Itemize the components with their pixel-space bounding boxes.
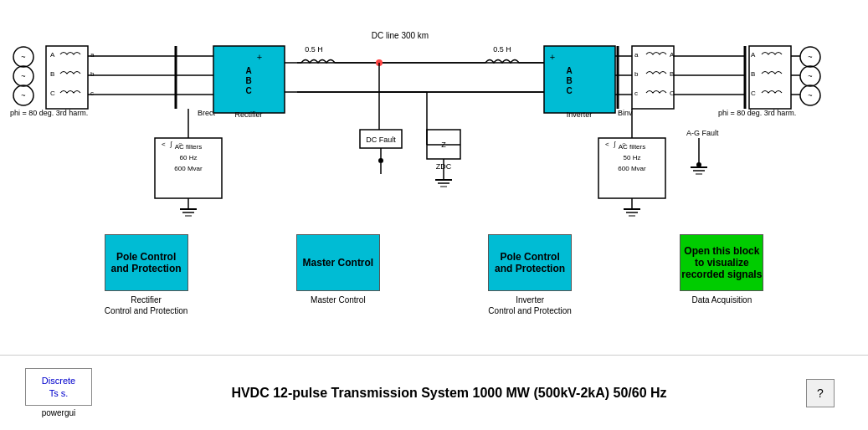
svg-text:C: C [50,90,55,97]
svg-text:~: ~ [21,72,25,80]
powergui-wrap: Discrete Ts s. powergui [25,368,92,417]
data-acquisition-sublabel: Data Acquisition [692,294,752,305]
inverter-control-wrap: Pole Controland Protection Inverter Cont… [488,234,572,316]
rectifier-pole-control-block[interactable]: Pole Controland Protection [105,234,188,291]
svg-text:~: ~ [808,91,812,100]
master-control-sublabel: Master Control [311,294,366,305]
dc-line-label: DC line 300 km [372,31,429,40]
powergui-text: Discrete Ts s. [42,375,75,399]
svg-text:phi = 80 deg.  3rd harm.: phi = 80 deg. 3rd harm. [10,109,88,117]
svg-text:B: B [670,70,674,78]
circuit-diagram: DC line 300 km ~ ~ ~ A B C a b c phi = 8… [0,0,868,226]
svg-text:A: A [751,51,756,59]
svg-text:○: ○ [178,141,182,148]
svg-text:A-G Fault: A-G Fault [686,129,719,137]
svg-text:~: ~ [21,53,25,61]
svg-text:c: c [634,90,638,97]
svg-text:Inverter: Inverter [567,110,593,119]
bottom-section: Discrete Ts s. powergui HVDC 12-pulse Tr… [0,355,868,430]
svg-text:600 Mvar: 600 Mvar [618,165,646,172]
master-control-block[interactable]: Master Control [296,234,380,291]
control-blocks-row: Pole Controland Protection Rectifier Con… [0,234,868,316]
svg-text:0.5 H: 0.5 H [305,45,323,54]
svg-text:~: ~ [808,72,812,80]
svg-text:a: a [90,51,95,59]
svg-text:A: A [566,66,572,75]
svg-text:A: A [670,51,675,59]
svg-text:B: B [751,70,755,78]
svg-text:c: c [90,90,94,97]
inverter-control-label: Inverter Control and Protection [488,294,572,316]
help-button[interactable]: ? [806,379,835,407]
svg-text:C: C [751,90,756,97]
svg-text:+: + [550,52,555,62]
svg-text:C: C [245,86,251,95]
svg-text:DC Fault: DC Fault [366,136,396,144]
svg-text:b: b [90,70,95,78]
svg-text:A: A [245,66,251,75]
inverter-pole-label: Pole Controland Protection [495,251,565,274]
svg-text:A: A [50,51,55,59]
svg-text:60 Hz: 60 Hz [180,154,198,161]
data-acquisition-label: Open this blockto visualizerecorded sign… [681,245,762,280]
svg-text:○: ○ [622,141,626,148]
svg-text:B: B [50,70,54,78]
svg-text:<: < [162,141,166,148]
main-canvas: 500kV, 60 Hz 5000 MVA equivalent 345kV, … [0,0,868,430]
data-acquisition-block[interactable]: Open this blockto visualizerecorded sign… [680,234,763,291]
master-control-wrap: Master Control Master Control [296,234,380,305]
svg-text:B: B [245,76,251,85]
data-acquisition-wrap: Open this blockto visualizerecorded sign… [680,234,763,305]
svg-text:B: B [566,76,572,85]
svg-text:b: b [634,70,639,78]
svg-text:<: < [605,141,609,148]
svg-text:Rectifier: Rectifier [234,110,262,119]
rectifier-control-wrap: Pole Controland Protection Rectifier Con… [105,234,188,316]
svg-text:50 Hz: 50 Hz [624,154,641,161]
main-title: HVDC 12-pulse Transmission System 1000 M… [92,386,806,401]
svg-text:0.5 H: 0.5 H [493,45,511,54]
inverter-pole-control-block[interactable]: Pole Controland Protection [488,234,572,291]
rectifier-pole-label: Pole Controland Protection [111,251,182,274]
svg-text:Binv: Binv [618,109,633,117]
svg-text:~: ~ [808,53,812,61]
svg-text:phi = 80 deg.  3rd harm.: phi = 80 deg. 3rd harm. [718,109,796,117]
svg-text:C: C [670,90,675,97]
svg-text:a: a [634,51,639,59]
master-control-label: Master Control [303,257,374,269]
powergui-block[interactable]: Discrete Ts s. [25,368,92,406]
rectifier-control-label: Rectifier Control and Protection [105,294,188,316]
powergui-label: powergui [42,408,76,417]
svg-text:~: ~ [21,91,25,100]
svg-text:600 Mvar: 600 Mvar [174,165,203,172]
svg-text:+: + [257,52,262,62]
svg-text:C: C [566,86,572,95]
svg-point-109 [378,158,383,163]
